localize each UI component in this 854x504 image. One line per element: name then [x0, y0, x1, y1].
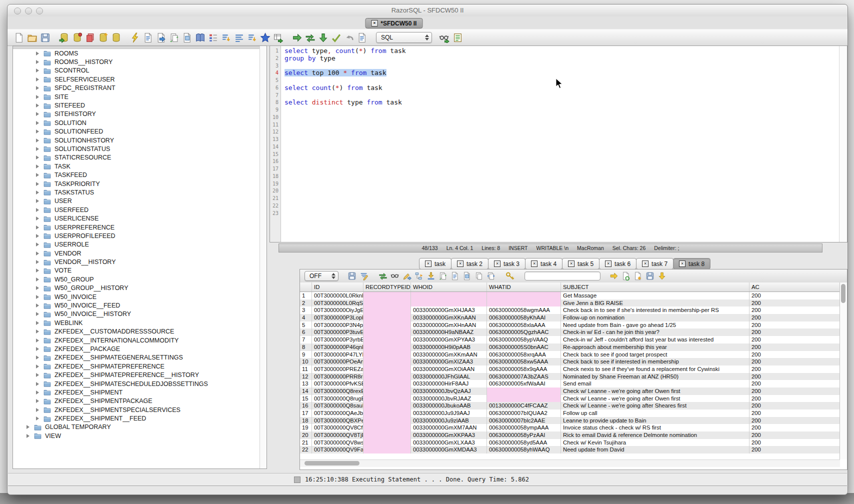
describe-table-icon[interactable] — [143, 32, 154, 43]
cell-id[interactable]: 00T3000000QV8CfEAL — [312, 424, 364, 432]
cell-recordtypeid[interactable] — [364, 424, 411, 432]
tree-item-zkfedex-shipmatescheduledjobssettings[interactable]: ZKFEDEX__SHIPMATESCHEDULEDJOBSSETTINGS — [13, 380, 266, 388]
disclosure-triangle-icon[interactable] — [36, 312, 39, 316]
cell-subject[interactable]: Check w/ Leanne - we're going after Shea… — [561, 402, 750, 410]
cell-subject[interactable]: Follow up call — [561, 410, 750, 417]
sql-history-icon[interactable] — [357, 32, 368, 43]
describe-results-icon[interactable] — [450, 272, 460, 280]
table-row[interactable]: 1300T3000000PfvKSEAZ0033000000HirF8AAJ00… — [300, 380, 840, 388]
disclosure-triangle-icon[interactable] — [36, 216, 39, 220]
cell-whoid[interactable]: 0033000000GmXOiAAN — [411, 366, 487, 373]
cell-recordtypeid[interactable] — [364, 402, 411, 410]
table-row[interactable]: 1000T3000000POeAnEAL0033000000GmXIZAA300… — [300, 358, 840, 366]
close-tab-icon[interactable]: × — [494, 260, 500, 267]
code-line[interactable] — [284, 202, 839, 210]
results-vertical-scrollbar[interactable] — [840, 282, 847, 460]
cell-whatid[interactable]: 00630000007A3bZAAS — [487, 373, 561, 380]
cell-activitydate[interactable]: 200 — [750, 366, 762, 373]
compare-files-icon[interactable] — [169, 32, 180, 43]
cell-id[interactable]: 00T3000000QV8wsEAD — [312, 439, 364, 446]
download-results-icon[interactable] — [658, 272, 666, 280]
disclosure-triangle-icon[interactable] — [36, 260, 39, 264]
tree-item-w50-group[interactable]: W50_GROUP — [13, 275, 266, 284]
cell-whoid[interactable]: 0033000000JFhGlAAL — [411, 373, 487, 380]
cell-whatid[interactable]: 006300000058xlaAAA — [487, 322, 561, 329]
cell-recordtypeid[interactable] — [364, 344, 411, 351]
table-row[interactable]: 2000T3000000QV8TjEAL0033000000GmXKPAA300… — [300, 432, 840, 439]
cell-whatid[interactable]: 006300000058yKhAAI — [487, 314, 561, 322]
disclosure-triangle-icon[interactable] — [36, 52, 39, 56]
tree-item-task[interactable]: TASK — [13, 162, 266, 170]
disclosure-triangle-icon[interactable] — [36, 252, 39, 256]
cell-subject[interactable]: Check w/ Leanne - we're going after Owen… — [561, 388, 750, 395]
cell-subject[interactable]: Leanne to provide update to Bain — [561, 417, 750, 424]
view-as-text-icon[interactable] — [462, 272, 472, 280]
close-tab-icon[interactable]: × — [679, 260, 686, 267]
cell-id[interactable]: 00T3000000L0RqSEAV — [312, 300, 364, 307]
code-line[interactable]: select top 100 * from task — [284, 70, 839, 77]
document-tab[interactable]: × *SFDCW50 II — [365, 18, 422, 28]
statement-mode-dropdown[interactable]: SQL — [376, 32, 432, 43]
tree-item-userprofilefeed[interactable]: USERPROFILEFEED — [13, 232, 266, 240]
new-file-icon[interactable] — [14, 32, 24, 43]
tree-item-view[interactable]: VIEW — [13, 432, 266, 440]
tree-item-scontrol[interactable]: SCONTROL — [13, 66, 266, 75]
cell-recordtypeid[interactable] — [364, 446, 411, 454]
disclosure-triangle-icon[interactable] — [36, 147, 39, 151]
add-connection-icon[interactable] — [98, 32, 108, 43]
table-row[interactable]: 2200T3000000QV9FaEAL0033000000GmXMDAA300… — [300, 446, 840, 454]
export-data-icon[interactable] — [156, 32, 166, 43]
disclosure-triangle-icon[interactable] — [36, 321, 39, 325]
edit-row-icon[interactable] — [402, 272, 412, 280]
cell-recordtypeid[interactable] — [364, 366, 411, 373]
cell-subject[interactable]: Check-in w/ Ed - can he join this year? — [561, 328, 750, 336]
cell-activitydate[interactable]: 200 — [750, 328, 762, 336]
table-row[interactable]: 1100T3000000PREZaEAP0033000000GmXOiAAN00… — [300, 366, 840, 373]
cell-activitydate[interactable]: 200 — [750, 417, 762, 424]
tree-item-userfeed[interactable]: USERFEED — [13, 206, 266, 214]
cell-whatid[interactable]: 00630000005xfWaAAI — [487, 380, 561, 388]
tree-item-taskstatus[interactable]: TASKSTATUS — [13, 188, 266, 196]
close-tab-icon[interactable]: × — [568, 260, 574, 267]
disclosure-triangle-icon[interactable] — [26, 434, 30, 438]
cell-activitydate[interactable]: 200 — [750, 358, 762, 366]
code-line[interactable]: group by type — [284, 55, 839, 62]
cell-activitydate[interactable]: 200 — [750, 322, 762, 329]
view-row-icon[interactable] — [390, 272, 400, 280]
disclosure-triangle-icon[interactable] — [36, 390, 39, 394]
tree-item-zkfedex-shipmentpackage[interactable]: ZKFEDEX__SHIPMENTPACKAGE — [13, 397, 266, 406]
cell-recordtypeid[interactable] — [364, 395, 411, 402]
cell-activitydate[interactable]: 200 — [750, 344, 762, 351]
disclosure-triangle-icon[interactable] — [36, 156, 39, 160]
tree-item-solutionhistory[interactable]: SOLUTIONHISTORY — [13, 136, 266, 144]
disclosure-triangle-icon[interactable] — [36, 408, 39, 412]
cell-whatid[interactable]: 006300000058x9qAAA — [487, 366, 561, 373]
tree-item-solutionstatus[interactable]: SOLUTIONSTATUS — [13, 144, 266, 153]
cell-id[interactable]: 00T3000000P3tuvEAB — [312, 328, 364, 336]
cell-activitydate[interactable]: 200 — [750, 292, 762, 300]
cell-whoid[interactable]: 0033000000H9i0pAAB — [411, 344, 487, 351]
cell-whoid[interactable]: 0033000000JbvRJAAZ — [411, 395, 487, 402]
format-sql-icon[interactable] — [247, 32, 258, 43]
cell-id[interactable]: 00T3000000QV8TjEAL — [312, 432, 364, 439]
tree-item-userpreference[interactable]: USERPREFERENCE — [13, 223, 266, 232]
tree-item-sitehistory[interactable]: SITEHISTORY — [13, 110, 266, 118]
transpose-results-icon[interactable] — [486, 272, 496, 280]
disclosure-triangle-icon[interactable] — [36, 382, 39, 386]
disclosure-triangle-icon[interactable] — [36, 242, 39, 246]
sql-code-area[interactable]: select type, count(*) from taskgroup by … — [282, 46, 839, 242]
table-row[interactable]: 1400T3000000Q8rexEAB0033000000JbvQzAAJCh… — [300, 388, 840, 395]
cell-subject[interactable]: Check w/ Leanne - we're going after Owen… — [561, 395, 750, 402]
disclosure-triangle-icon[interactable] — [36, 121, 39, 125]
tree-item-zkfedex-shipmentspecialservices[interactable]: ZKFEDEX__SHIPMENTSPECIALSERVICES — [13, 406, 266, 414]
align-lines-icon[interactable] — [234, 32, 244, 43]
tree-item-weblink[interactable]: WEBLINK — [13, 318, 266, 327]
code-line[interactable] — [284, 180, 839, 188]
cell-whoid[interactable]: 0033000000JbukoAAB — [411, 402, 487, 410]
table-row[interactable]: 900T3000000P47LYEAZ0033000000GmXKmAAN006… — [300, 351, 840, 358]
disclosure-triangle-icon[interactable] — [36, 208, 39, 212]
cell-recordtypeid[interactable] — [364, 432, 411, 439]
insert-row-icon[interactable] — [414, 272, 424, 280]
code-line[interactable] — [284, 151, 839, 158]
disclosure-triangle-icon[interactable] — [36, 164, 39, 168]
